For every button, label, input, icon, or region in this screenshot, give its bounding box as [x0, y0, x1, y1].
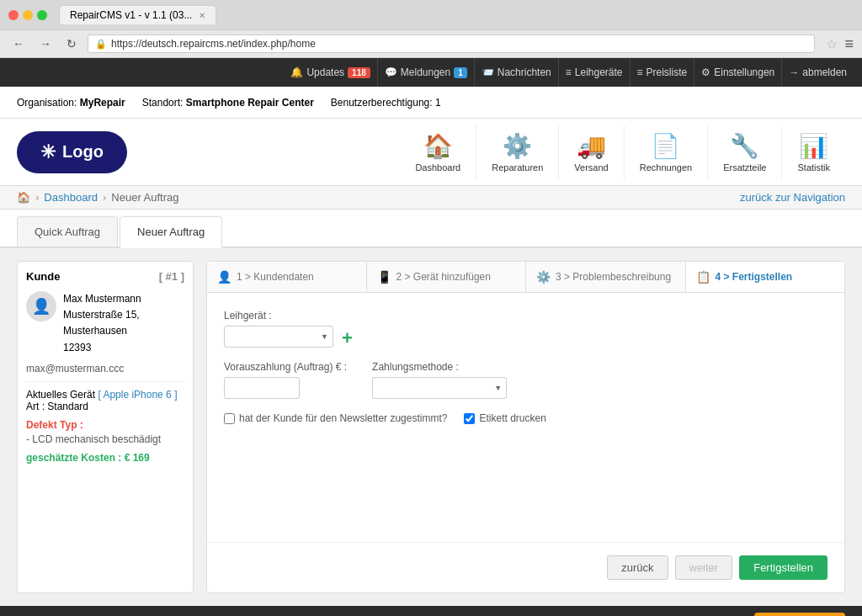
updates-label: Updates	[306, 66, 344, 78]
standort-label: Standort:	[142, 97, 184, 109]
feedback-button[interactable]: ▶ Feedback	[754, 613, 845, 616]
etikett-checkbox[interactable]	[464, 413, 475, 424]
step-problembeschreibung[interactable]: ⚙️ 3 > Problembeschreibung	[526, 262, 686, 292]
step1-icon: 👤	[217, 270, 231, 284]
leihgeraete-icon: ≡	[566, 66, 572, 78]
weiter-button[interactable]: weiter	[675, 555, 733, 580]
close-dot[interactable]	[8, 10, 19, 20]
updates-badge: 118	[348, 67, 370, 78]
tab-neuer-auftrag[interactable]: Neuer Auftrag	[120, 216, 222, 248]
breadcrumb-dashboard[interactable]: Dashboard	[44, 191, 98, 204]
step3-icon: ⚙️	[536, 270, 551, 284]
customer-zip: 12393	[63, 340, 184, 356]
lock-icon: 🔒	[95, 39, 107, 50]
tab-quick-auftrag[interactable]: Quick Auftrag	[17, 216, 118, 247]
step4-icon: 📋	[696, 270, 710, 284]
customer-address: Musterstraße 15, Musterhausen	[63, 307, 184, 339]
step-kundendaten[interactable]: 👤 1 > Kundendaten	[207, 262, 367, 292]
forward-button[interactable]: →	[35, 35, 56, 52]
back-button[interactable]: zurück	[607, 555, 668, 580]
tab-close[interactable]: ✕	[199, 11, 205, 20]
ersatzteile-label: Ersatzteile	[723, 162, 766, 173]
customer-name: Max Mustermann	[63, 291, 184, 307]
meldungen-label: Meldungen	[401, 66, 450, 78]
nav-meldungen[interactable]: 💬 Meldungen 1	[378, 58, 475, 87]
org-name: MyRepair	[80, 97, 125, 109]
vorauszahlung-input[interactable]	[224, 377, 300, 399]
tab-title: RepairCMS v1 - v 1.1 (03...	[70, 9, 192, 21]
checkbox-row: hat der Kunde für den Newsletter zugesti…	[224, 412, 827, 424]
rechnungen-icon: 📄	[651, 132, 680, 160]
newsletter-label[interactable]: hat der Kunde für den Newsletter zugesti…	[224, 412, 447, 424]
kunde-id: [ #1 ]	[159, 270, 184, 283]
nachrichten-label: Nachrichten	[498, 66, 551, 78]
preisliste-icon: ≡	[637, 66, 643, 78]
steps-bar: 👤 1 > Kundendaten 📱 2 > Gerät hinzufügen…	[207, 262, 844, 293]
newsletter-checkbox[interactable]	[224, 413, 235, 424]
versand-label: Versand	[574, 162, 608, 173]
leihgeraet-row: +	[224, 326, 827, 348]
zahlungsmethode-label: Zahlungsmethode :	[372, 361, 507, 373]
minimize-dot[interactable]	[23, 10, 33, 20]
top-navbar: 🔔 Updates 118 💬 Meldungen 1 📨 Nachrichte…	[0, 58, 862, 87]
nav-statistik[interactable]: 📊 Statistik	[781, 125, 845, 179]
newsletter-text: hat der Kunde für den Newsletter zugesti…	[239, 412, 447, 424]
maximize-dot[interactable]	[37, 10, 47, 20]
cost-label: geschätzte Kosten : € 169	[26, 452, 184, 464]
step1-label: 1 > Kundendaten	[237, 271, 314, 283]
nav-ersatzteile[interactable]: 🔧 Ersatzteile	[707, 125, 781, 179]
tab-neuer-label: Neuer Auftrag	[137, 226, 205, 238]
dashboard-icon: 🏠	[423, 132, 453, 160]
nav-updates[interactable]: 🔔 Updates 118	[284, 58, 377, 87]
customer-details: Max Mustermann Musterstraße 15, Musterha…	[63, 291, 184, 356]
nav-nachrichten[interactable]: 📨 Nachrichten	[475, 58, 559, 87]
reparaturen-icon: ⚙️	[503, 132, 532, 160]
nav-reparaturen[interactable]: ⚙️ Reparaturen	[476, 125, 558, 179]
browser-tab[interactable]: RepairCMS v1 - v 1.1 (03... ✕	[59, 5, 216, 24]
main-content: Kunde [ #1 ] 👤 Max Mustermann Musterstra…	[0, 248, 862, 606]
nav-rechnungen[interactable]: 📄 Rechnungen	[624, 125, 707, 179]
payment-row: Vorauszahlung (Auftrag) € : Zahlungsmeth…	[224, 361, 827, 399]
vorauszahlung-field-group: Vorauszahlung (Auftrag) € :	[224, 361, 347, 399]
device-name[interactable]: [ Apple iPhone 6 ]	[98, 389, 177, 401]
nav-abmelden[interactable]: → abmelden	[782, 58, 854, 87]
step-fertigstellen[interactable]: 📋 4 > Fertigstellen	[686, 262, 845, 292]
nav-preisliste[interactable]: ≡ Preisliste	[631, 58, 695, 87]
logo: ✳ Logo	[17, 131, 127, 173]
nav-leihgeraete[interactable]: ≡ Leihgeräte	[559, 58, 631, 87]
rechnungen-label: Rechnungen	[640, 162, 692, 173]
nav-einstellungen[interactable]: ⚙ Einstellungen	[694, 58, 782, 87]
sub-header: Organisation: MyRepair Standort: Smartph…	[0, 87, 862, 119]
back-button[interactable]: ←	[8, 35, 29, 52]
avatar: 👤	[26, 291, 56, 321]
back-to-navigation[interactable]: zurück zur Navigation	[740, 191, 845, 204]
tab-quick-label: Quick Auftrag	[35, 226, 100, 238]
divider	[26, 381, 184, 382]
refresh-button[interactable]: ↻	[62, 35, 81, 52]
fertigstellen-button[interactable]: Fertigstellen	[739, 555, 827, 580]
address-bar[interactable]: 🔒 https://deutsch.repaircms.net/index.ph…	[88, 35, 815, 53]
zahlungsmethode-select-wrapper	[372, 377, 507, 399]
berechtigung-info: Benutzerberechtigung: 1	[331, 97, 441, 109]
customer-info: 👤 Max Mustermann Musterstraße 15, Muster…	[26, 291, 184, 356]
leihgeraet-group: Leihgerät : +	[224, 310, 827, 348]
menu-icon[interactable]: ≡	[844, 35, 854, 53]
home-icon: 🏠	[17, 191, 30, 204]
add-leihgeraet-button[interactable]: +	[342, 329, 353, 348]
bookmark-icon[interactable]: ☆	[826, 36, 838, 52]
device-label: Aktuelles Gerät	[26, 389, 95, 401]
step2-label: 2 > Gerät hinzufügen	[396, 271, 491, 283]
step-geraet[interactable]: 📱 2 > Gerät hinzufügen	[367, 262, 527, 292]
customer-email: max@musterman.ccc	[26, 363, 184, 374]
breadcrumb-bar: 🏠 › Dashboard › Neuer Auftrag zurück zur…	[0, 186, 862, 210]
logo-area: ✳ Logo	[17, 131, 185, 173]
payment-group: Vorauszahlung (Auftrag) € : Zahlungsmeth…	[224, 361, 827, 399]
etikett-label[interactable]: Etikett drucken	[464, 412, 545, 424]
nav-dashboard[interactable]: 🏠 Dashboard	[400, 125, 476, 179]
nav-versand[interactable]: 🚚 Versand	[558, 125, 623, 179]
meldungen-icon: 💬	[385, 66, 397, 78]
zahlungsmethode-select[interactable]	[372, 377, 507, 399]
logo-star-icon: ✳	[40, 141, 56, 163]
leihgeraet-select[interactable]	[224, 326, 333, 348]
form-area: Leihgerät : + Vorauszahlung	[207, 293, 844, 441]
